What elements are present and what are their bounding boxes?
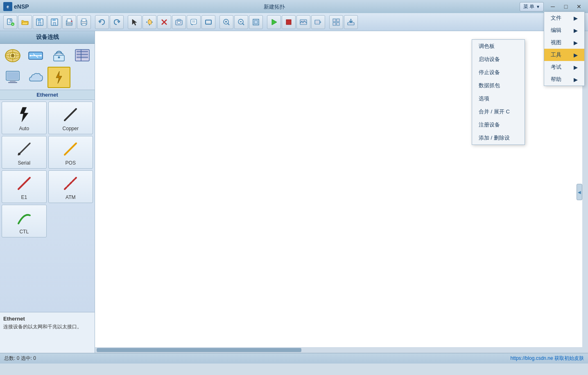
device-cloud[interactable] [25,67,47,88]
canvas-hscrollbar[interactable] [95,347,588,353]
hscroll-thumb[interactable] [97,348,301,352]
maximize-button[interactable]: □ [560,2,572,11]
toolbar-import[interactable] [344,15,358,29]
cable-serial[interactable]: Serial [2,136,47,169]
toolbar-screenshot[interactable] [296,15,310,29]
wireless-icon [50,47,68,64]
tools-colorpanel[interactable]: 调色板 [472,40,525,53]
svg-line-78 [65,178,76,189]
svg-line-73 [65,109,76,120]
toolbar-delete[interactable] [157,15,171,29]
cable-atm[interactable]: ATM [48,170,93,203]
toolbar-zoom-in[interactable] [219,15,233,29]
svg-marker-72 [20,107,28,122]
tools-options[interactable]: 选项 [472,92,525,105]
toolbar-snapshot[interactable] [172,15,186,29]
toolbar-stop[interactable] [282,15,296,29]
menu-label: 菜 单 [523,3,534,10]
minimize-button[interactable]: ─ [547,2,559,11]
svg-text:+: + [12,23,14,26]
svg-rect-41 [315,20,320,24]
cable-auto-label: Auto [19,126,29,131]
tools-capture[interactable]: 数据抓包 [472,79,525,92]
menu-tools[interactable]: 工具▶ [544,49,584,61]
menu-edit[interactable]: 编辑▶ [544,24,584,36]
svg-rect-43 [333,19,336,22]
menu-help[interactable]: 帮助▶ [544,73,584,86]
device-switch[interactable] [25,45,47,66]
svg-point-61 [58,56,60,59]
device-wireless[interactable] [47,45,70,66]
toolbar-note[interactable] [187,15,201,29]
svg-rect-44 [337,19,339,22]
tools-register[interactable]: 注册设备 [472,118,525,131]
menu-exam[interactable]: 考试▶ [544,61,584,73]
toolbar-pan[interactable] [142,15,156,29]
cable-e1[interactable]: E1 [2,170,47,203]
svg-rect-37 [254,20,258,24]
toolbar-fit[interactable] [249,15,263,29]
svg-rect-63 [77,51,88,52]
cable-pos[interactable]: POS [48,136,93,169]
device-router[interactable]: R [2,45,24,66]
pc-icon [4,69,22,86]
device-firewall[interactable] [71,45,93,66]
toolbar-new[interactable]: + [3,15,17,29]
logo-area: e eNSP [3,2,29,11]
toolbar-record[interactable] [311,15,325,29]
cable-ctl[interactable]: CTL [2,205,47,237]
description-box: Ethernet 连接设备的以太网和千兆以太接口。 [0,312,95,353]
close-button[interactable]: ✕ [573,2,585,11]
app-title: eNSP [14,3,29,10]
menu-file[interactable]: 文件▶ [544,12,584,24]
svg-rect-17 [82,24,86,25]
cable-copper[interactable]: Copper [48,102,93,134]
svg-rect-6 [38,19,41,21]
svg-marker-38 [272,19,277,25]
svg-rect-39 [286,20,291,25]
right-arrow-icon: ◀ [578,190,581,194]
toolbar-grid[interactable] [329,15,343,29]
toolbar-start[interactable] [267,15,281,29]
toolbar-rectangle[interactable] [201,15,215,29]
toolbar-redo[interactable] [110,15,124,29]
toolbar-undo[interactable] [95,15,109,29]
device-pc[interactable] [2,67,24,88]
power-icon [50,69,68,86]
toolbar-zoom-out[interactable] [234,15,248,29]
svg-line-74 [18,143,30,155]
cable-serial-icon [14,139,34,159]
svg-marker-25 [191,24,192,25]
sidebar-header: 设备连线 [0,31,95,44]
tools-start-device[interactable]: 启动设备 [472,53,525,66]
svg-point-22 [178,21,181,24]
svg-rect-7 [38,22,41,25]
device-power[interactable] [47,67,70,88]
right-collapse-arrow[interactable]: ◀ [577,184,582,200]
cable-e1-icon [14,173,34,194]
logo-icon: e [3,2,12,11]
tools-stop-device[interactable]: 停止设备 [472,66,525,79]
svg-rect-9 [52,19,56,21]
cable-e1-label: E1 [21,194,27,200]
svg-text:R: R [11,54,14,58]
toolbar-open[interactable] [18,15,32,29]
toolbar-select[interactable] [128,15,142,29]
toolbar-print[interactable] [77,15,91,29]
toolbar-save[interactable] [47,15,61,29]
svg-rect-65 [77,56,88,58]
menu-view[interactable]: 视图▶ [544,36,584,49]
svg-rect-69 [10,80,16,82]
svg-line-35 [242,23,244,25]
cable-auto[interactable]: Auto [2,102,47,134]
cable-auto-icon [14,104,34,125]
menu-button[interactable]: 菜 单 ▼ [520,2,544,11]
tools-collapse[interactable]: 合并 / 展开 C [472,105,525,118]
svg-rect-10 [53,23,56,25]
tools-add-remove[interactable]: 添加 / 删除设 [472,131,525,145]
toolbar-save-as[interactable] [33,15,47,29]
svg-rect-16 [82,19,86,21]
ethernet-label: Ethernet [0,90,95,100]
toolbar-print-preview[interactable] [62,15,76,29]
device-icons: R [0,44,95,90]
